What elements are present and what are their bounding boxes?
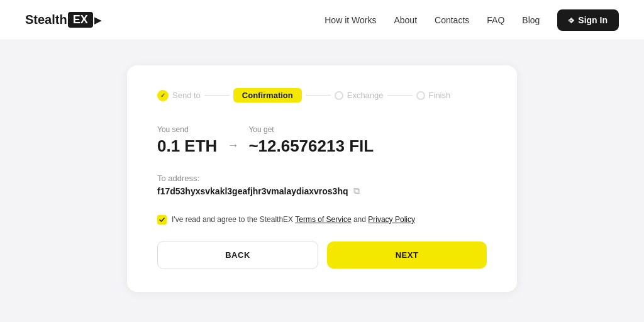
- step-confirmation: Confirmation: [233, 88, 302, 103]
- main-content: ✓ Send to Confirmation Exchange Finish Y…: [0, 40, 644, 317]
- terms-text-before: I've read and agree to the StealthEX: [172, 215, 295, 224]
- send-amount: 0.1 ETH: [157, 136, 217, 155]
- nav-blog[interactable]: Blog: [522, 15, 540, 25]
- checkmark-icon: [159, 217, 165, 223]
- terms-row: I've read and agree to the StealthEX Ter…: [157, 214, 487, 226]
- step3-dot: [335, 91, 343, 100]
- terms-checkbox[interactable]: [157, 215, 167, 225]
- step-line-3: [387, 95, 413, 96]
- next-button[interactable]: NEXT: [327, 242, 487, 269]
- exchange-info: You send 0.1 ETH → You get ~12.6576213 F…: [157, 125, 487, 156]
- terms-of-service-link[interactable]: Terms of Service: [295, 215, 351, 224]
- step-line-1: [204, 95, 230, 96]
- logo-text: Stealth: [25, 13, 67, 27]
- step4-label: Finish: [429, 91, 451, 100]
- get-amount: ~12.6576213 FIL: [248, 136, 374, 155]
- action-buttons: BACK NEXT: [157, 241, 487, 269]
- header: StealthEX▶ How it Works About Contacts F…: [0, 0, 644, 40]
- nav-how-it-works[interactable]: How it Works: [325, 15, 376, 25]
- get-col: You get ~12.6576213 FIL: [248, 125, 374, 156]
- copy-icon[interactable]: ⧉: [353, 186, 360, 196]
- terms-text: I've read and agree to the StealthEX Ter…: [172, 214, 415, 226]
- signin-button[interactable]: ⎆ Sign In: [557, 9, 619, 31]
- back-button[interactable]: BACK: [157, 241, 318, 269]
- stepper: ✓ Send to Confirmation Exchange Finish: [157, 88, 487, 103]
- step3-label: Exchange: [347, 91, 384, 100]
- nav-about[interactable]: About: [394, 15, 417, 25]
- get-label: You get: [248, 125, 374, 134]
- nav-faq[interactable]: FAQ: [487, 15, 504, 25]
- logo-ex: EX: [68, 12, 93, 28]
- address-section: To address: f17d53hyxsvkakl3geafjhr3vmal…: [157, 174, 487, 196]
- exchange-arrow-icon: →: [227, 139, 238, 152]
- logo: StealthEX▶: [25, 12, 101, 28]
- address-label: To address:: [157, 174, 487, 183]
- step1-check-icon: ✓: [157, 90, 169, 101]
- step-line-2: [306, 95, 331, 96]
- confirmation-card: ✓ Send to Confirmation Exchange Finish Y…: [127, 65, 517, 292]
- signin-icon: ⎆: [569, 15, 574, 25]
- send-label: You send: [157, 125, 217, 134]
- privacy-policy-link[interactable]: Privacy Policy: [368, 215, 415, 224]
- step-send-to: ✓ Send to: [157, 90, 201, 101]
- step-finish: Finish: [416, 91, 451, 100]
- step1-label: Send to: [172, 91, 201, 100]
- address-value: f17d53hyxsvkakl3geafjhr3vmalaydiaxvros3h…: [157, 186, 348, 196]
- logo-arrow-icon: ▶: [94, 15, 101, 25]
- terms-text-middle: and: [352, 215, 369, 224]
- signin-label: Sign In: [578, 15, 608, 25]
- main-nav: How it Works About Contacts FAQ Blog ⎆ S…: [325, 9, 619, 31]
- send-col: You send 0.1 ETH: [157, 125, 217, 156]
- step-exchange: Exchange: [335, 91, 384, 100]
- address-row: f17d53hyxsvkakl3geafjhr3vmalaydiaxvros3h…: [157, 186, 487, 196]
- step2-badge: Confirmation: [233, 88, 302, 103]
- step4-dot: [416, 91, 425, 100]
- nav-contacts[interactable]: Contacts: [435, 15, 469, 25]
